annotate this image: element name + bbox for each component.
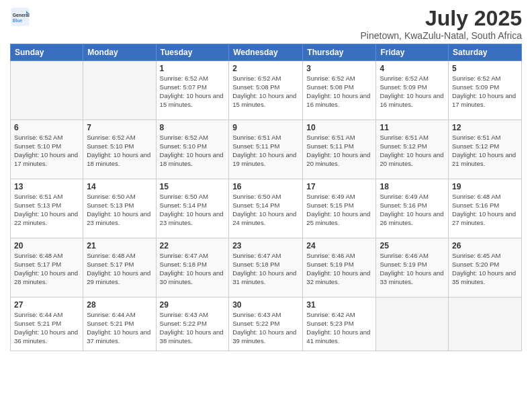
day-number: 22 bbox=[160, 241, 226, 250]
day-info: Sunrise: 6:48 AM Sunset: 5:17 PM Dayligh… bbox=[87, 252, 152, 286]
table-row: 27Sunrise: 6:44 AM Sunset: 5:21 PM Dayli… bbox=[11, 298, 83, 351]
page: General Blue July 2025 Pinetown, KwaZulu… bbox=[0, 0, 532, 411]
day-info: Sunrise: 6:52 AM Sunset: 5:10 PM Dayligh… bbox=[160, 134, 226, 168]
day-info: Sunrise: 6:44 AM Sunset: 5:21 PM Dayligh… bbox=[87, 311, 152, 345]
table-row: 15Sunrise: 6:50 AM Sunset: 5:14 PM Dayli… bbox=[156, 179, 229, 238]
table-row bbox=[449, 298, 522, 351]
table-row: 8Sunrise: 6:52 AM Sunset: 5:10 PM Daylig… bbox=[156, 120, 229, 179]
subtitle: Pinetown, KwaZulu-Natal, South Africa bbox=[361, 30, 522, 41]
table-row: 2Sunrise: 6:52 AM Sunset: 5:08 PM Daylig… bbox=[229, 61, 303, 120]
day-info: Sunrise: 6:52 AM Sunset: 5:09 PM Dayligh… bbox=[380, 75, 445, 109]
day-number: 21 bbox=[87, 241, 152, 250]
day-info: Sunrise: 6:52 AM Sunset: 5:09 PM Dayligh… bbox=[452, 75, 518, 109]
day-number: 17 bbox=[306, 182, 372, 191]
day-number: 23 bbox=[232, 241, 299, 250]
day-info: Sunrise: 6:46 AM Sunset: 5:19 PM Dayligh… bbox=[380, 252, 445, 286]
day-info: Sunrise: 6:52 AM Sunset: 5:10 PM Dayligh… bbox=[14, 134, 79, 168]
table-row: 12Sunrise: 6:51 AM Sunset: 5:12 PM Dayli… bbox=[449, 120, 522, 179]
table-row: 10Sunrise: 6:51 AM Sunset: 5:11 PM Dayli… bbox=[303, 120, 376, 179]
table-row: 5Sunrise: 6:52 AM Sunset: 5:09 PM Daylig… bbox=[449, 61, 522, 120]
day-number: 9 bbox=[232, 123, 299, 132]
col-tuesday: Tuesday bbox=[156, 44, 229, 61]
table-row bbox=[83, 61, 156, 120]
day-number: 14 bbox=[87, 182, 152, 191]
day-number: 10 bbox=[306, 123, 372, 132]
day-number: 18 bbox=[380, 182, 445, 191]
month-title: July 2025 bbox=[361, 7, 522, 30]
table-row: 28Sunrise: 6:44 AM Sunset: 5:21 PM Dayli… bbox=[83, 298, 156, 351]
col-sunday: Sunday bbox=[11, 44, 83, 61]
day-number: 26 bbox=[452, 241, 518, 250]
day-info: Sunrise: 6:43 AM Sunset: 5:22 PM Dayligh… bbox=[232, 311, 299, 345]
calendar-header-row: Sunday Monday Tuesday Wednesday Thursday… bbox=[11, 44, 522, 61]
day-info: Sunrise: 6:51 AM Sunset: 5:12 PM Dayligh… bbox=[380, 134, 445, 168]
table-row: 9Sunrise: 6:51 AM Sunset: 5:11 PM Daylig… bbox=[229, 120, 303, 179]
title-block: July 2025 Pinetown, KwaZulu-Natal, South… bbox=[361, 7, 522, 41]
day-info: Sunrise: 6:50 AM Sunset: 5:14 PM Dayligh… bbox=[232, 193, 299, 227]
col-friday: Friday bbox=[376, 44, 449, 61]
day-info: Sunrise: 6:48 AM Sunset: 5:17 PM Dayligh… bbox=[14, 252, 79, 286]
table-row: 13Sunrise: 6:51 AM Sunset: 5:13 PM Dayli… bbox=[11, 179, 83, 238]
table-row: 18Sunrise: 6:49 AM Sunset: 5:16 PM Dayli… bbox=[376, 179, 449, 238]
day-number: 4 bbox=[380, 64, 445, 73]
day-number: 11 bbox=[380, 123, 445, 132]
table-row: 20Sunrise: 6:48 AM Sunset: 5:17 PM Dayli… bbox=[11, 238, 83, 298]
day-info: Sunrise: 6:46 AM Sunset: 5:19 PM Dayligh… bbox=[306, 252, 372, 286]
day-info: Sunrise: 6:50 AM Sunset: 5:14 PM Dayligh… bbox=[160, 193, 226, 227]
day-info: Sunrise: 6:42 AM Sunset: 5:23 PM Dayligh… bbox=[306, 311, 372, 345]
col-monday: Monday bbox=[83, 44, 156, 61]
day-number: 28 bbox=[87, 300, 152, 310]
day-number: 7 bbox=[87, 123, 152, 132]
table-row: 23Sunrise: 6:47 AM Sunset: 5:18 PM Dayli… bbox=[229, 238, 303, 298]
table-row: 7Sunrise: 6:52 AM Sunset: 5:10 PM Daylig… bbox=[83, 120, 156, 179]
table-row: 1Sunrise: 6:52 AM Sunset: 5:07 PM Daylig… bbox=[156, 61, 229, 120]
svg-text:Blue: Blue bbox=[13, 18, 23, 23]
col-saturday: Saturday bbox=[449, 44, 522, 61]
day-info: Sunrise: 6:49 AM Sunset: 5:16 PM Dayligh… bbox=[380, 193, 445, 227]
table-row: 16Sunrise: 6:50 AM Sunset: 5:14 PM Dayli… bbox=[229, 179, 303, 238]
calendar-table: Sunday Monday Tuesday Wednesday Thursday… bbox=[10, 44, 522, 351]
day-number: 30 bbox=[232, 300, 299, 310]
day-number: 13 bbox=[14, 182, 79, 191]
day-info: Sunrise: 6:48 AM Sunset: 5:16 PM Dayligh… bbox=[452, 193, 518, 227]
table-row bbox=[376, 298, 449, 351]
day-number: 2 bbox=[232, 64, 299, 73]
day-number: 8 bbox=[160, 123, 226, 132]
day-number: 1 bbox=[160, 64, 226, 73]
day-number: 29 bbox=[160, 300, 226, 310]
table-row: 24Sunrise: 6:46 AM Sunset: 5:19 PM Dayli… bbox=[303, 238, 376, 298]
day-info: Sunrise: 6:51 AM Sunset: 5:11 PM Dayligh… bbox=[232, 134, 299, 168]
day-number: 16 bbox=[232, 182, 299, 191]
table-row bbox=[11, 61, 83, 120]
day-info: Sunrise: 6:51 AM Sunset: 5:11 PM Dayligh… bbox=[306, 134, 372, 168]
table-row: 19Sunrise: 6:48 AM Sunset: 5:16 PM Dayli… bbox=[449, 179, 522, 238]
day-number: 20 bbox=[14, 241, 79, 250]
day-info: Sunrise: 6:50 AM Sunset: 5:13 PM Dayligh… bbox=[87, 193, 152, 227]
day-info: Sunrise: 6:45 AM Sunset: 5:20 PM Dayligh… bbox=[452, 252, 518, 286]
day-number: 25 bbox=[380, 241, 445, 250]
table-row: 11Sunrise: 6:51 AM Sunset: 5:12 PM Dayli… bbox=[376, 120, 449, 179]
table-row: 21Sunrise: 6:48 AM Sunset: 5:17 PM Dayli… bbox=[83, 238, 156, 298]
day-info: Sunrise: 6:43 AM Sunset: 5:22 PM Dayligh… bbox=[160, 311, 226, 345]
day-number: 3 bbox=[306, 64, 372, 73]
table-row: 6Sunrise: 6:52 AM Sunset: 5:10 PM Daylig… bbox=[11, 120, 83, 179]
table-row: 26Sunrise: 6:45 AM Sunset: 5:20 PM Dayli… bbox=[449, 238, 522, 298]
day-info: Sunrise: 6:51 AM Sunset: 5:12 PM Dayligh… bbox=[452, 134, 518, 168]
col-thursday: Thursday bbox=[303, 44, 376, 61]
day-info: Sunrise: 6:49 AM Sunset: 5:15 PM Dayligh… bbox=[306, 193, 372, 227]
header: General Blue July 2025 Pinetown, KwaZulu… bbox=[10, 7, 522, 41]
day-number: 31 bbox=[306, 300, 372, 310]
day-number: 6 bbox=[14, 123, 79, 132]
day-info: Sunrise: 6:51 AM Sunset: 5:13 PM Dayligh… bbox=[14, 193, 79, 227]
day-number: 5 bbox=[452, 64, 518, 73]
table-row: 17Sunrise: 6:49 AM Sunset: 5:15 PM Dayli… bbox=[303, 179, 376, 238]
day-info: Sunrise: 6:52 AM Sunset: 5:08 PM Dayligh… bbox=[306, 75, 372, 109]
day-info: Sunrise: 6:47 AM Sunset: 5:18 PM Dayligh… bbox=[160, 252, 226, 286]
day-number: 12 bbox=[452, 123, 518, 132]
table-row: 22Sunrise: 6:47 AM Sunset: 5:18 PM Dayli… bbox=[156, 238, 229, 298]
col-wednesday: Wednesday bbox=[229, 44, 303, 61]
day-info: Sunrise: 6:44 AM Sunset: 5:21 PM Dayligh… bbox=[14, 311, 79, 345]
logo-icon: General Blue bbox=[10, 7, 30, 27]
day-info: Sunrise: 6:47 AM Sunset: 5:18 PM Dayligh… bbox=[232, 252, 299, 286]
day-number: 24 bbox=[306, 241, 372, 250]
